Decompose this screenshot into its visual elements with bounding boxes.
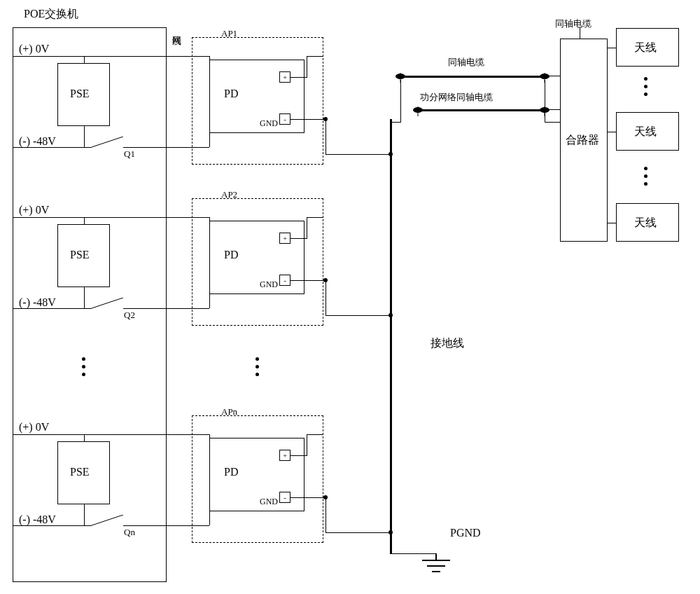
switch-qn: [92, 515, 125, 526]
coax-2: [416, 109, 546, 111]
plus-symbol-2: +: [283, 235, 287, 242]
wire: [13, 56, 209, 57]
wire: [307, 217, 323, 218]
wire: [209, 217, 210, 221]
vminus-1: (-) -48V: [19, 135, 56, 148]
svg-line-1: [92, 298, 123, 308]
wire: [608, 223, 616, 223]
wire: [390, 122, 401, 123]
wire: [326, 119, 326, 154]
wire: [209, 133, 210, 147]
wire: [390, 553, 436, 554]
wire: [13, 147, 92, 148]
ground-line-label: 接地线: [430, 336, 464, 351]
plus-symbol-n: +: [283, 452, 287, 460]
wire: [13, 525, 92, 526]
wire: [307, 217, 307, 238]
ground-bus: [390, 119, 392, 553]
plus-box-2: +: [279, 233, 290, 244]
pd-label-2: PD: [224, 249, 238, 261]
coax-split-label: 功分网络同轴电缆: [420, 91, 493, 104]
wire: [123, 525, 209, 526]
wire: [290, 119, 326, 120]
svg-line-2: [92, 515, 123, 525]
switch-q1: [92, 137, 125, 148]
node: [388, 152, 393, 156]
wire: [608, 48, 616, 48]
wire: [290, 280, 326, 281]
wire: [307, 434, 307, 455]
switch-q2: [92, 298, 125, 309]
wire: [84, 56, 85, 63]
minus-box-1: -: [279, 113, 290, 125]
wire: [123, 147, 209, 148]
wire: [545, 122, 560, 123]
wire: [307, 56, 323, 57]
wire: [608, 132, 616, 132]
svg-line-0: [92, 137, 123, 147]
minus-box-2: -: [279, 275, 290, 286]
vplus-2: (+) 0V: [19, 204, 49, 216]
wire: [307, 56, 307, 77]
pd-label-1: PD: [224, 88, 238, 100]
minus-symbol-2: -: [284, 277, 286, 284]
coax-end-icon: [412, 104, 424, 116]
ellipsis-ap: [255, 357, 259, 376]
ellipsis-antenna-1: [644, 77, 648, 96]
node: [388, 313, 393, 317]
coax-label-top-right: 同轴电缆: [555, 18, 592, 30]
pse-label-2: PSE: [70, 249, 90, 261]
vminus-2: (-) -48V: [19, 296, 56, 309]
wire: [84, 287, 85, 308]
minus-symbol-1: -: [284, 116, 286, 123]
wire: [123, 308, 209, 309]
ground-symbol-icon: [419, 553, 454, 578]
pgnd-label: PGND: [450, 527, 481, 539]
wire: [209, 511, 210, 525]
minus-box-n: -: [279, 492, 290, 503]
wire: [307, 434, 323, 435]
wire: [13, 434, 209, 435]
antenna-label-1: 天线: [634, 41, 657, 55]
antenna-label-n: 天线: [634, 216, 657, 230]
wire: [209, 434, 210, 438]
combiner-label: 合路器: [566, 133, 599, 148]
wire: [400, 80, 401, 122]
wire: [209, 56, 210, 60]
wire: [326, 154, 391, 155]
plus-box-1: +: [279, 71, 290, 83]
vplus-1: (+) 0V: [19, 43, 49, 55]
coax-end-icon: [539, 104, 550, 116]
wire: [580, 28, 580, 39]
gnd-label-1: GND: [260, 118, 278, 129]
vplus-n: (+) 0V: [19, 421, 49, 434]
wire: [546, 109, 560, 110]
antenna-label-2: 天线: [634, 125, 657, 139]
wire: [290, 77, 307, 78]
pd-label-n: PD: [224, 466, 238, 478]
ap1-title: AP1: [221, 28, 237, 39]
coax-1: [399, 76, 546, 78]
wire: [290, 497, 326, 498]
wire: [326, 497, 326, 532]
wire: [84, 504, 85, 525]
ap2-title: AP2: [221, 189, 237, 200]
apn-title: APn: [221, 406, 237, 417]
wire: [326, 315, 391, 316]
wire: [290, 238, 307, 239]
wire: [326, 280, 326, 315]
wire: [84, 217, 85, 224]
plus-box-n: +: [279, 450, 290, 461]
node: [388, 530, 393, 534]
ellipsis-antenna-2: [644, 167, 648, 186]
coax-label-1: 同轴电缆: [448, 56, 484, 69]
wire: [13, 217, 209, 218]
title: POE交换机: [24, 7, 78, 22]
plus-symbol-1: +: [283, 74, 287, 81]
q1-label: Q1: [124, 148, 135, 160]
wire: [326, 532, 391, 533]
wire: [84, 126, 85, 147]
ellipsis-pse: [82, 357, 85, 376]
pse-label-n: PSE: [70, 466, 90, 478]
pse-label-1: PSE: [70, 88, 90, 100]
